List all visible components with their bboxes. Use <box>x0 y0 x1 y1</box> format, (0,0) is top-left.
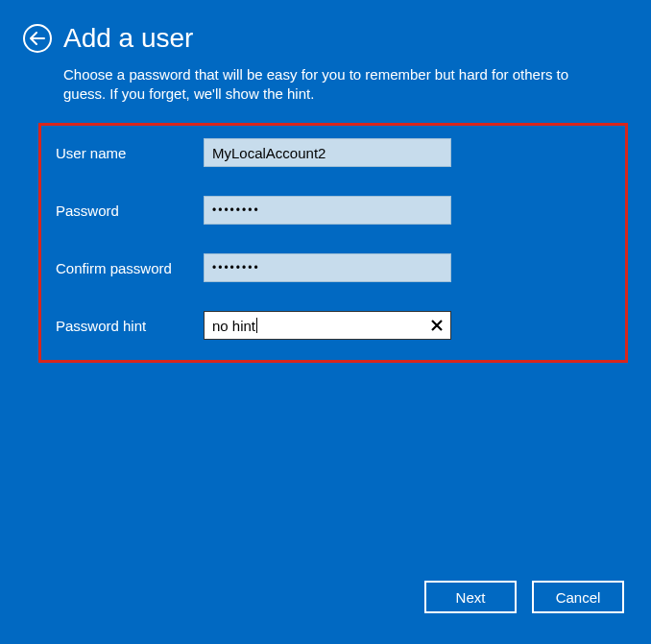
text-caret <box>256 318 257 333</box>
next-button[interactable]: Next <box>424 581 517 613</box>
password-hint-input[interactable]: no hint <box>204 311 451 340</box>
confirm-password-input[interactable]: •••••••• <box>204 253 451 282</box>
cancel-button[interactable]: Cancel <box>532 581 624 613</box>
password-hint-value: no hint <box>212 318 255 334</box>
username-label: User name <box>56 145 204 161</box>
password-label: Password <box>56 203 204 219</box>
password-input[interactable]: •••••••• <box>204 196 451 225</box>
password-value: •••••••• <box>212 203 260 217</box>
close-icon <box>431 320 443 331</box>
confirm-password-value: •••••••• <box>212 261 260 274</box>
add-user-form: User name MyLocalAccount2 Password •••••… <box>56 138 613 369</box>
page-title: Add a user <box>63 23 193 54</box>
password-hint-label: Password hint <box>56 318 204 334</box>
username-input[interactable]: MyLocalAccount2 <box>204 138 451 167</box>
username-value: MyLocalAccount2 <box>212 145 326 161</box>
confirm-password-label: Confirm password <box>56 260 204 276</box>
clear-hint-button[interactable] <box>423 312 450 339</box>
back-button[interactable] <box>23 24 52 53</box>
page-subtitle: Choose a password that will be easy for … <box>63 65 601 105</box>
arrow-left-icon <box>30 32 45 45</box>
